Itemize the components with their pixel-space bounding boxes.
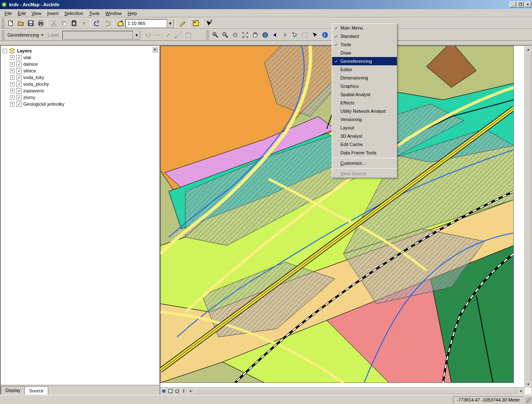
toolbar-grip[interactable] xyxy=(2,30,5,40)
new-button[interactable] xyxy=(6,19,15,28)
layer-checkbox[interactable]: ✓ xyxy=(16,68,22,74)
toc-tab-source[interactable]: Source xyxy=(25,387,48,394)
layer-checkbox[interactable]: ✓ xyxy=(16,88,22,94)
open-button[interactable] xyxy=(16,19,25,28)
toolbar-grip[interactable] xyxy=(2,19,5,28)
scroll-thumb[interactable] xyxy=(525,52,531,381)
full-extent-button[interactable] xyxy=(260,30,270,40)
context-menu-item[interactable]: Dimensioning xyxy=(332,74,397,82)
editor-toolbar-button[interactable] xyxy=(177,19,187,28)
back-extent-button[interactable] xyxy=(270,30,280,40)
context-menu-item[interactable]: Draw xyxy=(332,49,397,57)
menu-selection[interactable]: Selection xyxy=(62,10,86,17)
layer-checkbox[interactable]: ✓ xyxy=(16,75,22,80)
scroll-up-button[interactable]: ▴ xyxy=(525,46,532,52)
map-vertical-scrollbar[interactable]: ▴ ▾ xyxy=(525,46,531,387)
cut-button[interactable] xyxy=(49,19,59,28)
select-elements-button[interactable] xyxy=(310,30,320,40)
identify-button[interactable]: i xyxy=(320,30,330,40)
select-features-button[interactable] xyxy=(290,30,300,40)
expand-icon[interactable]: + xyxy=(10,62,15,67)
print-button[interactable] xyxy=(36,19,45,28)
context-menu-item[interactable]: Effects xyxy=(332,99,397,107)
arccatalog-button[interactable] xyxy=(191,19,200,28)
context-menu-item[interactable]: ✓Tools xyxy=(332,40,397,49)
menu-edit[interactable]: Edit xyxy=(15,10,29,17)
restore-button[interactable]: ❐ xyxy=(517,2,524,7)
fixed-zoom-out-button[interactable] xyxy=(240,30,250,40)
clear-selection-button[interactable] xyxy=(300,30,310,40)
undo-button[interactable] xyxy=(92,19,102,28)
georef-layer-dropdown[interactable]: ▾ xyxy=(133,31,140,40)
delete-button[interactable]: ✕ xyxy=(79,19,89,28)
save-button[interactable] xyxy=(26,19,35,28)
context-menu-item[interactable]: ✓Standard xyxy=(332,32,397,40)
georef-layer-combo[interactable] xyxy=(62,31,133,40)
scroll-thumb[interactable] xyxy=(194,388,517,394)
tree-layer-item[interactable]: +✓voda_plochy xyxy=(2,81,157,87)
expand-icon[interactable]: + xyxy=(10,75,15,80)
expand-icon[interactable]: + xyxy=(10,102,15,107)
collapse-icon[interactable]: − xyxy=(2,49,7,53)
tree-layer-item[interactable]: +✓silnice xyxy=(2,67,157,74)
menu-view[interactable]: View xyxy=(29,10,44,17)
resize-grip[interactable] xyxy=(525,397,531,403)
scroll-left-button[interactable]: ◂ xyxy=(187,388,194,394)
scroll-right-button[interactable]: ▸ xyxy=(518,388,525,394)
georeferencing-menu[interactable]: Georeferencing▼ xyxy=(6,32,46,38)
menu-insert[interactable]: Insert xyxy=(44,10,62,17)
zoom-in-button[interactable] xyxy=(210,30,220,40)
context-menu-customize[interactable]: Customize... xyxy=(332,159,397,167)
menu-window[interactable]: Window xyxy=(103,10,125,17)
scroll-down-button[interactable]: ▾ xyxy=(525,381,532,387)
menu-help[interactable]: Help xyxy=(125,10,140,17)
context-menu-item[interactable]: ✓Main Menu xyxy=(332,24,397,32)
toc-tab-display[interactable]: Display xyxy=(1,386,25,394)
toc-close-button[interactable]: × xyxy=(152,47,158,52)
toolbar-grip[interactable] xyxy=(206,30,209,40)
data-view-button[interactable] xyxy=(160,388,167,394)
context-help-button[interactable]: ? xyxy=(204,19,214,28)
pan-button[interactable] xyxy=(250,30,260,40)
expand-icon[interactable]: + xyxy=(10,82,15,87)
zoom-out-button[interactable] xyxy=(220,30,230,40)
context-menu-item[interactable]: Edit Cache xyxy=(332,140,397,149)
context-menu-item[interactable]: Utility Network Analyst xyxy=(332,107,397,115)
view-link-table-button[interactable] xyxy=(183,30,193,40)
pause-drawing-button[interactable]: ∥ xyxy=(180,388,187,394)
menu-file[interactable]: File xyxy=(2,10,15,17)
shift-button[interactable]: ↔ xyxy=(153,30,163,40)
tree-layer-item[interactable]: +✓Geologické jednotky xyxy=(2,101,157,107)
map-horizontal-scrollbar[interactable]: ∥ ◂ ▸ xyxy=(160,387,525,394)
add-control-points-button[interactable] xyxy=(173,30,183,40)
layer-checkbox[interactable]: ✓ xyxy=(16,62,22,67)
tree-layer-item[interactable]: +✓zlomy xyxy=(2,94,157,101)
context-menu-item[interactable]: ✓Georeferencing xyxy=(332,57,397,65)
tree-layer-item[interactable]: +✓zastaveno xyxy=(2,87,157,94)
expand-icon[interactable]: + xyxy=(10,95,15,100)
scale-combo[interactable]: 1:10 965 ▾ xyxy=(126,19,174,28)
tree-layer-item[interactable]: +✓dalnice xyxy=(2,61,157,67)
expand-icon[interactable]: + xyxy=(10,89,15,93)
layer-checkbox[interactable]: ✓ xyxy=(16,82,22,87)
context-menu-item[interactable]: Editor xyxy=(332,65,397,74)
context-menu-item[interactable]: 3D Analyst xyxy=(332,132,397,140)
expand-icon[interactable]: + xyxy=(10,69,15,73)
forward-extent-button[interactable] xyxy=(280,30,290,40)
tree-layer-item[interactable]: +✓vlak xyxy=(2,54,157,61)
layer-tree[interactable]: − Layers +✓vlak+✓dalnice+✓silnice+✓voda_… xyxy=(1,46,159,385)
layer-checkbox[interactable]: ✓ xyxy=(16,102,22,107)
copy-button[interactable] xyxy=(59,19,69,28)
menu-tools[interactable]: Tools xyxy=(86,10,103,17)
refresh-button[interactable] xyxy=(174,388,180,394)
minimize-button[interactable]: _ xyxy=(510,2,516,7)
paste-button[interactable] xyxy=(69,19,79,28)
layer-checkbox[interactable]: ✓ xyxy=(16,55,22,60)
tree-layer-item[interactable]: +✓voda_toky xyxy=(2,74,157,81)
context-menu-item[interactable]: Spatial Analyst xyxy=(332,90,397,99)
add-data-button[interactable] xyxy=(116,19,125,28)
tree-root-layers[interactable]: − Layers xyxy=(2,47,157,54)
expand-icon[interactable]: + xyxy=(10,55,15,60)
close-button[interactable]: × xyxy=(525,2,531,7)
context-menu-item[interactable]: Versioning xyxy=(332,115,397,124)
